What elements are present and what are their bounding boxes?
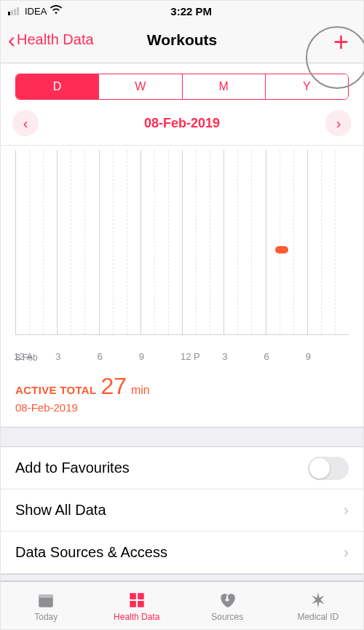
wifi-icon: [50, 5, 63, 17]
cell-label: Add to Favourites: [15, 460, 130, 476]
xlabel: 6: [98, 351, 103, 362]
plus-icon: +: [333, 27, 349, 57]
back-button[interactable]: ‹ Health Data: [8, 29, 94, 51]
toggle-knob: [309, 458, 330, 479]
date-navigator: ‹ 08-Feb-2019 ›: [1, 106, 363, 146]
xlabel: 12 P: [181, 351, 200, 362]
section-gap: [1, 427, 363, 447]
range-segment: D W M Y: [15, 74, 349, 100]
chart-date-sub: 8 Feb: [15, 353, 38, 363]
chevron-right-icon: ›: [344, 543, 349, 562]
summary-label: ACTIVE TOTAL: [15, 384, 96, 396]
calendar-icon: [36, 590, 56, 610]
cell-label: Show All Data: [15, 502, 106, 519]
date-next-button[interactable]: ›: [325, 110, 352, 136]
active-total-summary: ACTIVE TOTAL 27 min 08-Feb-2019: [1, 364, 363, 427]
segment-month[interactable]: M: [183, 74, 266, 99]
tab-today[interactable]: Today: [1, 582, 92, 629]
tab-sources[interactable]: Sources: [182, 582, 273, 629]
chevron-right-icon: ›: [336, 115, 341, 132]
workout-chart: 12 A 3 6 9 12 P 3 6 9 8 Feb: [1, 146, 363, 364]
heart-download-icon: [217, 590, 237, 610]
segment-week[interactable]: W: [99, 74, 182, 99]
chevron-right-icon: ›: [344, 501, 349, 520]
status-bar: IDEA 3:22 PM: [1, 1, 363, 21]
xlabel: 3: [55, 351, 60, 362]
cell-data-sources[interactable]: Data Sources & Access ›: [1, 532, 363, 574]
chevron-left-icon: ‹: [8, 29, 15, 51]
date-prev-button[interactable]: ‹: [12, 110, 39, 136]
cell-show-all-data[interactable]: Show All Data ›: [1, 489, 363, 532]
chart-grid: [15, 150, 349, 335]
range-segment-wrap: D W M Y: [1, 63, 363, 106]
xlabel: 3: [222, 351, 227, 362]
back-label: Health Data: [17, 31, 94, 48]
svg-rect-5: [138, 601, 144, 607]
section-gap: [1, 574, 363, 581]
tab-bar: Today Health Data Sources Medical ID: [1, 581, 363, 629]
xlabel: 9: [306, 351, 311, 362]
tab-label: Medical ID: [297, 612, 339, 622]
chevron-left-icon: ‹: [23, 115, 28, 132]
tab-label: Today: [34, 612, 58, 622]
svg-rect-2: [130, 593, 136, 599]
xlabel: 9: [139, 351, 144, 362]
summary-date: 08-Feb-2019: [15, 401, 349, 414]
asterisk-icon: [308, 590, 328, 610]
signal-bars-icon: [8, 7, 19, 15]
grid-icon: [127, 590, 147, 610]
clock-label: 3:22 PM: [170, 5, 212, 17]
tab-label: Sources: [211, 612, 243, 622]
svg-rect-4: [130, 601, 136, 607]
carrier-label: IDEA: [25, 6, 47, 17]
cell-add-to-favourites[interactable]: Add to Favourites: [1, 447, 363, 489]
phone-frame: IDEA 3:22 PM ‹ Health Data Workouts + D …: [0, 0, 364, 630]
tab-label: Health Data: [114, 612, 159, 622]
date-label: 08-Feb-2019: [144, 116, 220, 131]
tab-health-data[interactable]: Health Data: [92, 582, 183, 629]
tab-medical-id[interactable]: Medical ID: [273, 582, 364, 629]
segment-year[interactable]: Y: [266, 74, 348, 99]
page-title: Workouts: [147, 31, 217, 49]
segment-day[interactable]: D: [16, 74, 99, 99]
nav-bar: ‹ Health Data Workouts +: [1, 21, 363, 63]
svg-rect-1: [39, 594, 54, 597]
summary-value: 27: [100, 373, 127, 400]
chart-data-bar: [275, 246, 288, 253]
summary-unit: min: [131, 384, 150, 397]
cell-label: Data Sources & Access: [15, 544, 167, 561]
xlabel: 6: [264, 351, 269, 362]
add-button[interactable]: +: [333, 29, 349, 55]
svg-rect-3: [138, 593, 144, 599]
favourites-toggle[interactable]: [308, 457, 349, 480]
status-left: IDEA: [8, 5, 63, 17]
